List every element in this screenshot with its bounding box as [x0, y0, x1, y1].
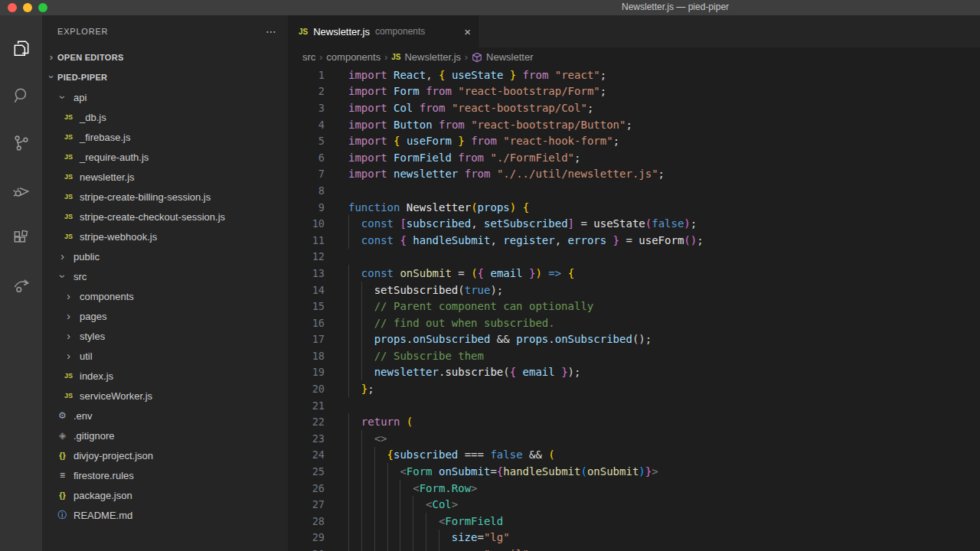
run-debug-icon[interactable] — [0, 167, 42, 214]
indent-guide — [348, 265, 361, 282]
indent-guide — [348, 215, 361, 232]
tree-item-src[interactable]: ›src — [42, 266, 288, 286]
tree-item--gitignore[interactable]: ◈.gitignore — [42, 425, 288, 445]
js-file-icon: JS — [60, 173, 77, 181]
indent-guide — [413, 530, 426, 546]
code-line: 2import Form from "react-bootstrap/Form"… — [288, 83, 980, 100]
code-line: 21 — [288, 397, 980, 414]
breadcrumb-file[interactable]: Newsletter.js — [404, 51, 461, 63]
line-number: 13 — [288, 267, 325, 279]
gear-file-icon: ⚙ — [54, 410, 70, 421]
chevron-right-icon: › — [60, 330, 77, 342]
tree-item--env[interactable]: ⚙.env — [42, 406, 288, 425]
maximize-window-button[interactable] — [38, 3, 47, 12]
tree-item-newsletter-js[interactable]: JSnewsletter.js — [42, 167, 288, 187]
breadcrumb-src[interactable]: src — [302, 51, 315, 63]
chevron-right-icon: › — [54, 250, 70, 262]
indent-guide — [374, 447, 387, 464]
indent-guide — [361, 546, 374, 551]
breadcrumb: src › components › JS Newsletter.js › Ne… — [288, 47, 980, 67]
tab-newsletter-js[interactable]: JS Newsletter.js components × — [288, 15, 479, 47]
tree-item--firebase-js[interactable]: JS_firebase.js — [42, 127, 288, 147]
tree-item-label: .env — [74, 410, 93, 422]
tree-item-components[interactable]: ›components — [42, 286, 288, 306]
code-editor[interactable]: 1import React, { useState } from "react"… — [288, 67, 980, 551]
tree-item-label: stripe-create-billing-session.js — [80, 191, 211, 203]
window-controls — [8, 3, 47, 12]
rules-file-icon: ≡ — [54, 470, 70, 481]
code-line: 19newsletter.subscribe({ email }); — [288, 364, 980, 381]
chevron-down-icon: › — [57, 90, 69, 106]
indent-guide — [348, 513, 361, 530]
code-line: 23<> — [288, 430, 980, 447]
tree-item-label: firestore.rules — [74, 470, 134, 481]
js-file-icon: JS — [60, 153, 77, 161]
line-number: 17 — [288, 333, 325, 345]
breadcrumb-components[interactable]: components — [326, 51, 381, 63]
tree-item--require-auth-js[interactable]: JS_require-auth.js — [42, 147, 288, 167]
tree-item-label: serviceWorker.js — [80, 390, 152, 402]
live-share-icon[interactable] — [0, 262, 42, 309]
info-file-icon: ⓘ — [54, 509, 70, 522]
window-title: Newsletter.js — pied-piper — [622, 2, 729, 12]
minimize-window-button[interactable] — [23, 3, 32, 12]
file-tree: ›apiJS_db.jsJS_firebase.jsJS_require-aut… — [42, 87, 288, 525]
tree-item-index-js[interactable]: JSindex.js — [42, 366, 288, 386]
code-line: 14setSubscribed(true); — [288, 282, 980, 298]
tree-item-serviceworker-js[interactable]: JSserviceWorker.js — [42, 386, 288, 406]
tree-item-stripe-create-checkout-session-js[interactable]: JSstripe-create-checkout-session.js — [42, 207, 288, 227]
extensions-icon[interactable] — [0, 214, 42, 262]
tree-item-divjoy-project-json[interactable]: {}divjoy-project.json — [42, 445, 288, 465]
explorer-header: EXPLORER ⋯ — [42, 15, 288, 47]
indent-guide — [348, 546, 361, 551]
editor-group: JS Newsletter.js components × src › comp… — [288, 15, 980, 551]
indent-guide — [387, 496, 400, 513]
chevron-right-icon: › — [319, 52, 322, 63]
tree-item-public[interactable]: ›public — [42, 246, 288, 266]
tree-item-firestore-rules[interactable]: ≡firestore.rules — [42, 465, 288, 485]
project-label: PIED-PIPER — [57, 73, 107, 82]
code-line: 18// Subscribe them — [288, 347, 980, 364]
tree-item-stripe-create-billing-session-js[interactable]: JSstripe-create-billing-session.js — [42, 187, 288, 207]
tree-item-package-json[interactable]: {}package.json — [42, 485, 288, 505]
tree-item-stripe-webhook-js[interactable]: JSstripe-webhook.js — [42, 227, 288, 246]
line-number: 15 — [288, 300, 325, 312]
indent-guide — [400, 480, 413, 497]
tree-item-label: stripe-create-checkout-session.js — [80, 211, 225, 223]
line-number: 2 — [288, 85, 325, 97]
close-window-button[interactable] — [8, 3, 17, 12]
tree-item-util[interactable]: ›util — [42, 346, 288, 366]
breadcrumb-symbol[interactable]: Newsletter — [486, 51, 533, 63]
tree-item-pages[interactable]: ›pages — [42, 306, 288, 326]
project-section[interactable]: › PIED-PIPER — [42, 67, 288, 87]
indent-guide — [348, 413, 361, 430]
tree-item--db-js[interactable]: JS_db.js — [42, 107, 288, 127]
explorer-title: EXPLORER — [57, 27, 108, 36]
tree-item-readme-md[interactable]: ⓘREADME.md — [42, 505, 288, 525]
more-actions-icon[interactable]: ⋯ — [266, 25, 277, 37]
tree-item-api[interactable]: ›api — [42, 87, 288, 107]
js-file-icon: JS — [391, 53, 400, 61]
chevron-down-icon: › — [57, 269, 69, 285]
indent-guide — [374, 496, 387, 513]
line-number: 28 — [288, 515, 325, 527]
search-icon[interactable] — [0, 72, 42, 119]
indent-guide — [348, 315, 361, 331]
line-number: 23 — [288, 432, 325, 445]
code-line: 29size="lg" — [288, 530, 980, 546]
indent-guide — [413, 513, 426, 530]
tree-item-styles[interactable]: ›styles — [42, 326, 288, 346]
js-file-icon: JS — [60, 392, 77, 399]
js-file-icon: JS — [299, 28, 308, 36]
tree-item-label: components — [80, 291, 134, 302]
line-number: 19 — [288, 366, 325, 378]
tree-item-label: _db.js — [80, 112, 106, 123]
code-line: 4import Button from "react-bootstrap/But… — [288, 116, 980, 133]
line-number: 27 — [288, 498, 325, 510]
explorer-icon[interactable] — [0, 24, 42, 72]
indent-guide — [361, 315, 374, 331]
source-control-icon[interactable] — [0, 119, 42, 167]
indent-guide — [374, 463, 387, 480]
close-icon[interactable]: × — [464, 25, 471, 38]
open-editors-section[interactable]: › OPEN EDITORS — [42, 47, 288, 67]
